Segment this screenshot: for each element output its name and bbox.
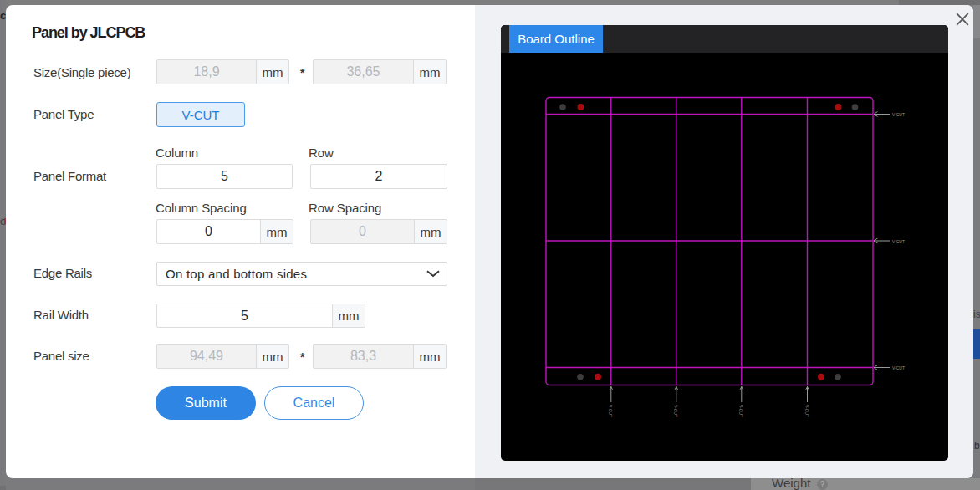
svg-text:V-CUT: V-CUT <box>804 405 809 417</box>
svg-text:V-CUT: V-CUT <box>673 405 678 417</box>
svg-text:V-CUT: V-CUT <box>608 405 613 417</box>
svg-text:V-CUT: V-CUT <box>892 365 905 370</box>
svg-text:V-CUT: V-CUT <box>892 112 905 117</box>
svg-text:V-CUT: V-CUT <box>738 405 743 417</box>
svg-text:V-CUT: V-CUT <box>892 239 905 244</box>
